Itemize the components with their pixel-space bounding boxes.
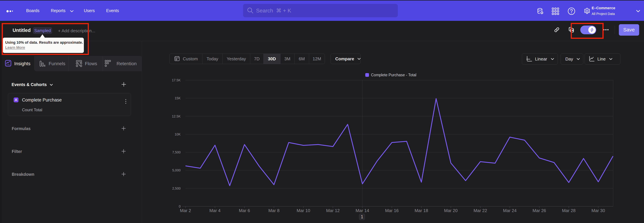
svg-text:Mar 18: Mar 18 bbox=[414, 208, 428, 213]
svg-text:0: 0 bbox=[179, 204, 180, 208]
svg-text:Mar 26: Mar 26 bbox=[532, 208, 546, 213]
svg-text:Mar 20: Mar 20 bbox=[444, 208, 458, 213]
svg-text:10K: 10K bbox=[174, 133, 180, 136]
svg-text:Mar 30: Mar 30 bbox=[592, 208, 605, 213]
svg-text:Mar 28: Mar 28 bbox=[562, 208, 576, 213]
svg-text:Mar 12: Mar 12 bbox=[326, 208, 340, 213]
svg-text:12.5K: 12.5K bbox=[172, 115, 181, 118]
svg-text:Mar 16: Mar 16 bbox=[385, 208, 399, 213]
svg-text:2,500: 2,500 bbox=[172, 186, 180, 190]
svg-text:Mar 22: Mar 22 bbox=[474, 208, 487, 213]
svg-text:Mar 10: Mar 10 bbox=[297, 208, 310, 213]
svg-text:Mar 4: Mar 4 bbox=[210, 208, 220, 213]
svg-text:7,500: 7,500 bbox=[172, 150, 180, 154]
svg-text:15K: 15K bbox=[174, 96, 180, 100]
svg-text:5,000: 5,000 bbox=[172, 168, 180, 172]
svg-text:Mar 14: Mar 14 bbox=[356, 208, 369, 213]
svg-text:Mar 2: Mar 2 bbox=[180, 208, 191, 213]
svg-text:Mar 6: Mar 6 bbox=[239, 208, 250, 213]
svg-text:Mar 8: Mar 8 bbox=[268, 208, 280, 213]
svg-text:Mar 24: Mar 24 bbox=[503, 208, 516, 213]
svg-text:17.5K: 17.5K bbox=[172, 78, 181, 82]
